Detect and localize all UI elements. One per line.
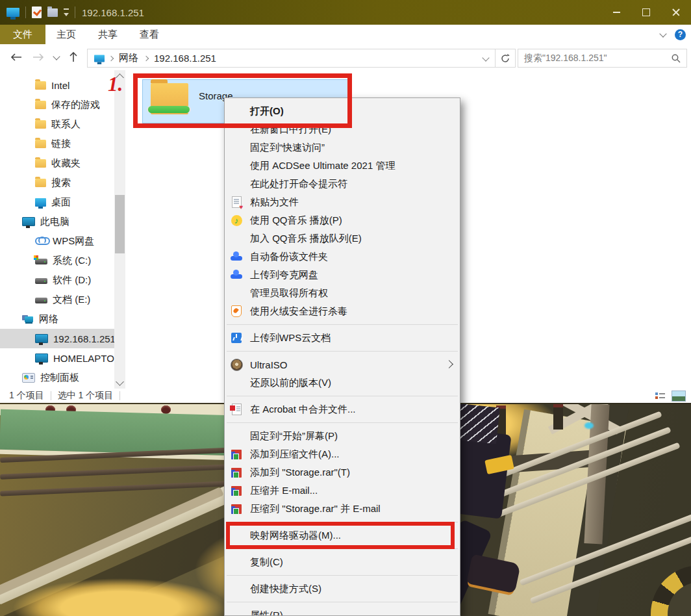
scrollbar-thumb[interactable] <box>115 195 125 253</box>
network-computer-icon <box>35 353 48 363</box>
sidebar-item-192-168-1-251[interactable]: 192.168.1.251 <box>0 329 114 348</box>
winrar-icon <box>229 483 244 498</box>
sidebar-item-desktop[interactable]: 桌面 <box>0 192 114 212</box>
computer-icon <box>22 217 35 226</box>
menu-item-qq-music-play[interactable]: ♪使用 QQ音乐 播放(P) <box>225 211 460 229</box>
sidebar-item-searches[interactable]: 搜索 <box>0 173 114 192</box>
menu-item-ultraiso[interactable]: UltraISO <box>225 355 460 374</box>
sidebar-item-drive-e[interactable]: 文档 (E:) <box>0 290 114 309</box>
menu-item-copy[interactable]: 复制(C) <box>225 553 460 571</box>
sidebar-item-favorites[interactable]: 收藏夹 <box>0 153 114 173</box>
quark-cloud-icon <box>229 268 244 282</box>
folder-icon <box>35 179 46 187</box>
recent-locations-button[interactable] <box>51 49 62 65</box>
sidebar-item-network[interactable]: 网络 <box>0 309 114 329</box>
chevron-down-icon <box>64 13 69 16</box>
tab-home[interactable]: 主页 <box>45 25 87 44</box>
sidebar-item-contacts[interactable]: 联系人 <box>0 114 114 134</box>
location-computer-icon <box>94 55 105 62</box>
menu-item-add-to-archive[interactable]: 添加到压缩文件(A)... <box>225 445 460 463</box>
refresh-button[interactable] <box>495 49 515 67</box>
menu-item-upload-wps-cloud[interactable]: 上传到WPS云文档 <box>225 329 460 347</box>
annotation-box-2 <box>226 522 455 549</box>
menu-item-combine-in-acrobat[interactable]: 在 Acrobat 中合并文件... <box>225 400 460 418</box>
sidebar-item-homelaptop[interactable]: HOMELAPTOP <box>0 348 114 368</box>
minimize-button[interactable] <box>601 0 631 25</box>
refresh-icon <box>501 54 510 63</box>
menu-separator <box>227 422 458 423</box>
menu-item-compress-to-storage-rar-email[interactable]: 压缩到 "Storage.rar" 并 E-mail <box>225 500 460 518</box>
large-icons-view-icon[interactable] <box>672 391 686 402</box>
breadcrumb-network[interactable]: 网络 <box>116 52 141 64</box>
folder-icon <box>35 81 46 90</box>
navigation-pane: Intel 保存的游戏 联系人 链接 收藏夹 搜索 桌面 此电脑 WPS网盘 系… <box>0 70 114 389</box>
details-view-icon[interactable] <box>655 392 665 400</box>
up-button[interactable] <box>65 49 82 65</box>
winrar-icon <box>229 447 244 461</box>
menu-separator <box>227 396 458 396</box>
tab-file[interactable]: 文件 <box>0 25 45 44</box>
tab-share[interactable]: 共享 <box>87 25 129 44</box>
address-bar[interactable]: 网络 192.168.1.251 <box>87 49 516 68</box>
menu-item-open-command-prompt[interactable]: 在此处打开命令提示符 <box>225 175 460 193</box>
menu-item-acdsee-manage[interactable]: 使用 ACDSee Ultimate 2021 管理 <box>225 157 460 175</box>
menu-item-compress-and-email[interactable]: 压缩并 E-mail... <box>225 481 460 500</box>
new-folder-qat-icon[interactable] <box>47 8 58 17</box>
help-icon[interactable]: ? <box>675 29 686 40</box>
menu-item-take-ownership[interactable]: 管理员取得所有权 <box>225 284 460 302</box>
ultraiso-icon <box>229 357 244 372</box>
drive-icon <box>35 298 47 303</box>
window-app-icon <box>6 8 19 17</box>
tab-view[interactable]: 查看 <box>129 25 170 44</box>
maximize-button[interactable] <box>631 0 661 25</box>
menu-item-map-network-drive[interactable]: 映射网络驱动器(M)... 2. <box>225 526 460 545</box>
acrobat-icon <box>229 402 244 417</box>
breadcrumb-current[interactable]: 192.168.1.251 <box>151 53 219 64</box>
sidebar-item-this-pc[interactable]: 此电脑 <box>0 212 114 231</box>
back-button[interactable] <box>8 49 25 65</box>
qat-customize-button[interactable] <box>64 8 69 16</box>
sidebar-item-drive-d[interactable]: 软件 (D:) <box>0 270 114 290</box>
search-input[interactable]: 搜索"192.168.1.251" <box>518 49 687 68</box>
winrar-icon <box>229 502 244 516</box>
submenu-arrow-icon <box>445 360 453 368</box>
menu-item-paste-as-file[interactable]: 粘贴为文件 <box>225 193 460 211</box>
sidebar-item-intel[interactable]: Intel <box>0 75 114 95</box>
menu-item-properties[interactable]: 属性(R) <box>225 606 460 616</box>
menu-item-create-shortcut[interactable]: 创建快捷方式(S) <box>225 580 460 598</box>
menu-item-huorong-scan[interactable]: 使用火绒安全进行杀毒 <box>225 302 460 320</box>
divider <box>25 6 26 18</box>
items-count: 1 个项目 <box>9 390 44 402</box>
menu-item-add-to-storage-rar[interactable]: 添加到 "Storage.rar"(T) <box>225 463 460 481</box>
paste-file-icon <box>229 195 244 209</box>
divider <box>75 6 75 18</box>
sidebar-item-links[interactable]: 链接 <box>0 134 114 153</box>
scroll-down-icon[interactable] <box>116 378 124 386</box>
menu-item-pin-quick-access[interactable]: 固定到“快速访问” <box>225 138 460 157</box>
menu-item-pin-to-start[interactable]: 固定到“开始”屏幕(P) <box>225 427 460 445</box>
breadcrumb-separator-icon <box>144 55 149 60</box>
ribbon-collapse-icon[interactable] <box>659 30 666 37</box>
forward-button[interactable] <box>30 49 47 65</box>
quick-access-toolbar <box>0 6 75 18</box>
menu-item-auto-backup-folder[interactable]: 自动备份该文件夹 <box>225 248 460 266</box>
ribbon-tab-bar: 文件 主页 共享 查看 ? <box>0 25 691 45</box>
sidebar-item-control-panel[interactable]: 控制面板 <box>0 368 114 387</box>
menu-item-upload-quark[interactable]: 上传到夸克网盘 <box>225 266 460 284</box>
address-dropdown-icon[interactable] <box>482 54 489 61</box>
window-title: 192.168.1.251 <box>82 7 144 18</box>
properties-qat-icon[interactable] <box>32 6 42 18</box>
sidebar-item-saved-games[interactable]: 保存的游戏 <box>0 95 114 114</box>
menu-item-qq-music-queue[interactable]: 加入 QQ音乐 播放队列(E) <box>225 229 460 248</box>
maximize-icon <box>642 8 650 16</box>
wallpaper-glow <box>584 422 594 429</box>
sidebar-scrollbar[interactable] <box>114 70 125 389</box>
sidebar-item-drive-c[interactable]: 系统 (C:) <box>0 251 114 270</box>
annotation-box-1 <box>133 73 352 128</box>
menu-item-restore-previous-versions[interactable]: 还原以前的版本(V) <box>225 374 460 392</box>
menu-separator <box>227 324 458 325</box>
sidebar-item-wps-cloud[interactable]: WPS网盘 <box>0 231 114 251</box>
wallpaper-character-sailor-collar <box>455 404 500 444</box>
close-button[interactable] <box>661 0 691 25</box>
wallpaper-post <box>553 404 563 430</box>
